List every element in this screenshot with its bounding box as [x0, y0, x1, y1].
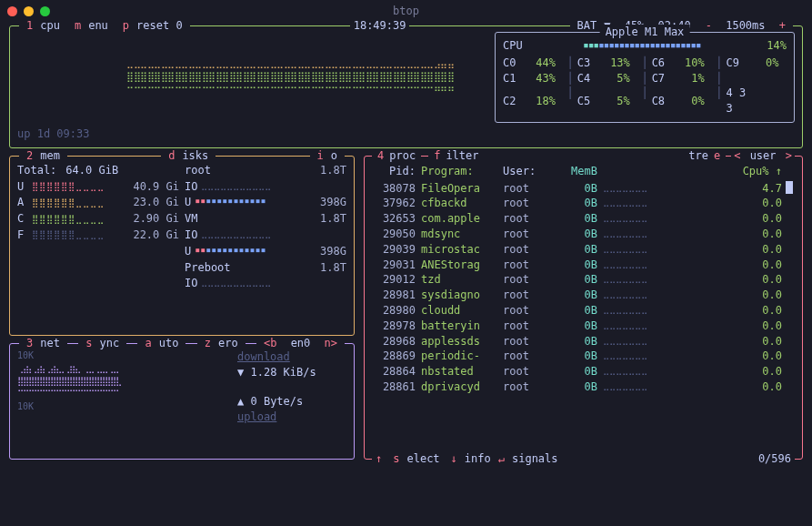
tree-toggle[interactable]: tree [683, 148, 726, 164]
core-cell: C71% [652, 71, 713, 86]
traffic-lights [7, 6, 50, 16]
disk-row: U▪▪▪▪▪▪▪▪▪▪▪▪▪398G [185, 195, 346, 210]
proc-row[interactable]: 28978batteryinroot0B⣀⣀⣀⣀⣀⣀⣀0.0 [372, 319, 795, 334]
mem-panel: 2mem disks io Total: 64.0 GiB U⣿⣿⣿⣿⣿⣿⣀⣀⣀… [9, 156, 355, 336]
mem-row: C⣿⣿⣿⣿⣿⣿⣀⣀⣀⣀2.90 Gi [17, 211, 179, 227]
proc-panel: 4proc filter tree < user > Pid: Program:… [364, 156, 803, 460]
proc-row[interactable]: 28864nbstatedroot0B⣀⣀⣀⣀⣀⣀⣀0.0 [372, 364, 795, 379]
net-tab[interactable]: 3net [19, 336, 67, 351]
cpu-tab[interactable]: 1cpu [19, 18, 67, 34]
cpu-graph: ⠀⠀⠀⠀⠀⠀⠀⠀⠀⠀⠀⠀⠀⠀⠀⠀⣀⣀⣀⣀⣀⣀⣀⣀⣀⣀⣀⣀⣀⣀⣀⣀⣀⣀⣀⣀⣀⣀⣀⣀… [17, 32, 491, 123]
net-zero[interactable]: zero [197, 336, 246, 351]
proc-row[interactable]: 37962cfbackdroot0B⣀⣀⣀⣀⣀⣀⣀0.0 [372, 196, 795, 211]
proc-count: 0/596 [755, 451, 795, 467]
user-nav[interactable]: < user > [731, 148, 795, 164]
disk-row: Preboot1.8T [185, 260, 346, 276]
maximize-icon[interactable] [40, 6, 50, 16]
uptime: up 1d 09:33 [17, 126, 795, 142]
net-sync[interactable]: sync [78, 336, 126, 351]
cpu-model: Apple M1 Max [600, 25, 690, 40]
disk-row: root1.8T [185, 163, 346, 178]
download-icon [237, 366, 244, 379]
net-auto[interactable]: auto [137, 336, 185, 351]
proc-row[interactable]: 29050mdsyncroot0B⣀⣀⣀⣀⣀⣀⣀0.0 [372, 227, 795, 242]
core-cell: C90% [726, 56, 787, 71]
clock: 18:49:39 [350, 18, 410, 34]
core-cell: C218% [503, 86, 564, 116]
disk-row: IO⣀⣀⣀⣀⣀⣀⣀⣀⣀⣀⣀ [185, 228, 346, 243]
proc-row[interactable]: 32653com.appleroot0B⣀⣀⣀⣀⣀⣀⣀0.0 [372, 211, 795, 227]
upload-speed: 0 Byte/s [237, 394, 346, 410]
preset-button[interactable]: preset 0 [115, 18, 190, 34]
minimize-icon[interactable] [24, 6, 34, 16]
core-cell: C610% [652, 56, 713, 71]
download-label: download [237, 349, 346, 365]
core-cell: C313% [577, 56, 638, 71]
cpu-cores-panel: Apple M1 Max CPU ▪▪▪▪▪▪▪▪▪▪▪▪▪▪▪▪▪▪▪▪▪▪▪… [495, 32, 795, 123]
proc-row[interactable]: 29031ANEStoragroot0B⣀⣀⣀⣀⣀⣀⣀0.0 [372, 258, 795, 273]
io-toggle[interactable]: io [310, 148, 345, 164]
proc-info[interactable]: info [461, 451, 495, 467]
proc-nav-up[interactable]: ↑ [372, 451, 386, 467]
upload-icon [237, 395, 244, 408]
window-title: btop [393, 4, 419, 19]
menu-button[interactable]: menu [67, 18, 115, 34]
proc-signals[interactable]: signals [508, 451, 562, 467]
close-icon[interactable] [7, 6, 17, 16]
download-speed: 1.28 KiB/s [237, 365, 346, 380]
mem-row: F⣿⣿⣿⣿⣿⣿⣀⣀⣀⣀22.0 Gi [17, 228, 179, 243]
core-cell: 4 3 3 [726, 86, 787, 116]
scrollbar-thumb[interactable] [786, 181, 793, 194]
proc-enter[interactable]: ↵ [495, 451, 508, 467]
disk-row: IO⣀⣀⣀⣀⣀⣀⣀⣀⣀⣀⣀ [185, 179, 346, 195]
proc-row[interactable]: 29039microstacroot0B⣀⣀⣀⣀⣀⣀⣀0.0 [372, 242, 795, 258]
disk-row: U▪▪▪▪▪▪▪▪▪▪▪▪▪398G [185, 244, 346, 259]
proc-nav-down[interactable]: ↓ [447, 451, 461, 467]
proc-select[interactable]: select [386, 451, 446, 467]
proc-tab[interactable]: 4proc [372, 148, 421, 164]
proc-row[interactable]: 28981sysdiagnoroot0B⣀⣀⣀⣀⣀⣀⣀0.0 [372, 288, 795, 303]
core-cell: C55% [577, 86, 638, 116]
net-graph: 10K ⢀⣴⡄⣠⣦⢀⣴⣄⡀⣰⣦⡀⢀⣀⢀⣀⡀⣀⡀ ⣿⣿⣿⣿⣿⣿⣿⣿⣿⣿⣿⣿⣿⣿⣿⣿… [17, 349, 230, 425]
net-iface[interactable]: <b en0 n> [256, 336, 345, 351]
proc-row[interactable]: 28980clouddroot0B⣀⣀⣀⣀⣀⣀⣀0.0 [372, 303, 795, 319]
disk-row: VM1.8T [185, 211, 346, 227]
proc-header[interactable]: Pid: Program: User: MemB Cpu% ↑ [372, 162, 795, 181]
cpu-bar: ▪▪▪▪▪▪▪▪▪▪▪▪▪▪▪▪▪▪▪▪▪▪▪ [583, 38, 700, 54]
mem-tab[interactable]: 2mem [19, 148, 67, 164]
proc-row[interactable]: 38078FileOperaroot0B⣀⣀⣀⣀⣀⣀⣀4.7 [372, 181, 795, 197]
upload-label: upload [237, 410, 346, 425]
disks-toggle[interactable]: disks [161, 148, 216, 164]
cpu-panel: 1cpu menu preset 0 18:49:39 BAT 45% 02:4… [9, 25, 803, 148]
core-cell [726, 71, 787, 86]
core-cell: C80% [652, 86, 713, 116]
proc-row[interactable]: 28861dprivacydroot0B⣀⣀⣀⣀⣀⣀⣀0.0 [372, 379, 795, 395]
core-cell: C044% [503, 56, 564, 71]
filter-button[interactable]: filter [428, 148, 484, 164]
proc-row[interactable]: 28869periodic-root0B⣀⣀⣀⣀⣀⣀⣀0.0 [372, 349, 795, 364]
mem-row: U⣿⣿⣿⣿⣿⣿⣀⣀⣀⣀40.9 Gi [17, 179, 179, 195]
proc-row[interactable]: 28968applessdsroot0B⣀⣀⣀⣀⣀⣀⣀0.0 [372, 334, 795, 349]
disk-row: IO⣀⣀⣀⣀⣀⣀⣀⣀⣀⣀⣀ [185, 276, 346, 291]
mem-row: A⣿⣿⣿⣿⣿⣿⣀⣀⣀⣀23.0 Gi [17, 195, 179, 210]
net-panel: 3net sync auto zero <b en0 n> 10K ⢀⣴⡄⣠⣦⢀… [9, 343, 355, 460]
proc-row[interactable]: 29012tzdroot0B⣀⣀⣀⣀⣀⣀⣀0.0 [372, 272, 795, 288]
core-cell: C143% [503, 71, 564, 86]
core-cell: C45% [577, 71, 638, 86]
